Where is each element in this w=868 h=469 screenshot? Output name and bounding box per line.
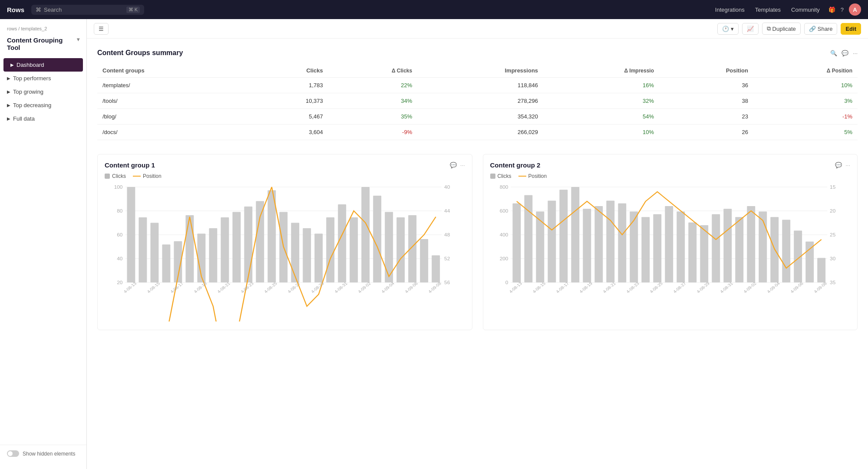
svg-text:4-09-04: 4-09-04 — [380, 281, 396, 294]
cell-delta-pos: 10% — [753, 78, 858, 93]
arrow-icon: ▶ — [7, 116, 10, 121]
cell-group: /blog/ — [97, 109, 248, 125]
sidebar-toggle-button[interactable]: ☰ — [94, 23, 109, 35]
comment-icon[interactable]: 💬 — [450, 162, 457, 168]
analytics-button[interactable]: 📈 — [742, 23, 759, 35]
svg-text:56: 56 — [444, 280, 450, 285]
cell-group: /tools/ — [97, 93, 248, 109]
svg-rect-71 — [512, 203, 521, 282]
sidebar-item-dashboard[interactable]: ▶ Dashboard — [3, 58, 83, 72]
svg-text:4-08-15: 4-08-15 — [531, 281, 547, 294]
top-nav: Rows ⌘ Search ⌘ K Integrations Templates… — [0, 0, 868, 19]
svg-text:4-09-02: 4-09-02 — [742, 281, 757, 294]
nav-community[interactable]: Community — [791, 7, 820, 13]
svg-rect-41 — [432, 256, 440, 283]
chart-actions-2: 💬 ··· — [835, 162, 850, 168]
nav-links: Integrations Templates Community — [715, 7, 820, 13]
svg-text:52: 52 — [444, 256, 450, 261]
cell-impressions: 354,320 — [417, 109, 543, 125]
svg-rect-26 — [256, 201, 264, 283]
chart-title-1: Content group 1 — [105, 161, 155, 169]
sidebar-item-top-decreasing[interactable]: ▶ Top decreasing — [0, 98, 86, 112]
svg-rect-90 — [735, 217, 743, 282]
cell-delta-imp: 10% — [543, 125, 659, 140]
cell-position: 23 — [659, 109, 753, 125]
cell-position: 26 — [659, 125, 753, 140]
svg-rect-82 — [641, 217, 650, 282]
svg-text:60: 60 — [117, 233, 122, 237]
chart-card-2: Content group 2 💬 ··· Clicks — [483, 154, 858, 330]
svg-rect-86 — [688, 223, 696, 282]
chart-svg-wrap-2: 800600400200015202530354-08-134-08-154-0… — [490, 183, 851, 323]
chevron-down-icon[interactable]: ▾ — [77, 36, 79, 43]
svg-text:4-09-06: 4-09-06 — [404, 281, 419, 294]
share-icon: 🔗 — [809, 26, 816, 32]
legend-clicks-1: Clicks — [105, 173, 126, 179]
svg-rect-78 — [594, 206, 603, 282]
svg-text:15: 15 — [830, 185, 835, 190]
comment-action-icon[interactable]: 💬 — [842, 50, 848, 56]
svg-text:4-08-19: 4-08-19 — [578, 281, 593, 294]
cell-group: /templates/ — [97, 78, 248, 93]
gift-icon[interactable]: 🎁 — [828, 7, 835, 13]
col-impressions: Impressions — [417, 64, 543, 78]
sidebar-item-label: Dashboard — [17, 62, 44, 68]
sidebar-item-top-growing[interactable]: ▶ Top growing — [0, 85, 86, 98]
sidebar-item-label: Top decreasing — [13, 102, 51, 108]
nav-templates[interactable]: Templates — [755, 7, 781, 13]
svg-rect-22 — [209, 228, 217, 282]
layout: rows / templates_2 Content Grouping Tool… — [0, 19, 868, 469]
cell-delta-clicks: 35% — [328, 109, 418, 125]
charts-grid: Content group 1 💬 ··· Clicks — [97, 154, 858, 330]
arrow-icon: ▶ — [10, 62, 14, 67]
search-box[interactable]: ⌘ Search ⌘ K — [31, 5, 144, 15]
section-header: Content Groups summary 🔍 💬 ··· — [97, 49, 858, 57]
svg-rect-36 — [373, 196, 381, 282]
svg-text:4-09-06: 4-09-06 — [789, 281, 804, 294]
chart-header-2: Content group 2 💬 ··· — [490, 161, 851, 169]
help-icon[interactable]: ? — [841, 7, 844, 13]
svg-rect-76 — [571, 187, 579, 282]
sidebar-item-label: Top performers — [13, 75, 51, 82]
hidden-elements-toggle[interactable] — [7, 450, 19, 457]
more-action-icon[interactable]: ··· — [853, 50, 858, 56]
cell-delta-pos: 3% — [753, 93, 858, 109]
search-label: Search — [44, 7, 62, 13]
share-button[interactable]: 🔗 Share — [804, 23, 838, 35]
svg-text:20: 20 — [830, 209, 835, 213]
comment-icon[interactable]: 💬 — [835, 162, 842, 168]
more-icon[interactable]: ··· — [460, 162, 465, 168]
section-actions: 🔍 💬 ··· — [830, 50, 858, 56]
svg-rect-15 — [127, 187, 135, 282]
cell-clicks: 10,373 — [248, 93, 328, 109]
arrow-icon: ▶ — [7, 103, 10, 108]
svg-rect-96 — [805, 242, 814, 282]
svg-text:4-08-31: 4-08-31 — [333, 281, 348, 294]
svg-text:80: 80 — [117, 209, 122, 213]
summary-section: Content Groups summary 🔍 💬 ··· Content g… — [97, 49, 858, 140]
cell-delta-clicks: 34% — [328, 93, 418, 109]
cell-delta-clicks: 22% — [328, 78, 418, 93]
svg-rect-87 — [700, 225, 708, 282]
search-action-icon[interactable]: 🔍 — [830, 50, 837, 56]
svg-text:4-08-21: 4-08-21 — [216, 281, 231, 294]
avatar[interactable]: A — [849, 3, 861, 16]
chart-title-2: Content group 2 — [490, 161, 541, 169]
more-icon[interactable]: ··· — [845, 162, 850, 168]
duplicate-icon: ⧉ — [767, 25, 771, 32]
svg-text:4-08-25: 4-08-25 — [648, 281, 663, 294]
svg-text:4-08-29: 4-08-29 — [310, 281, 325, 294]
edit-button[interactable]: Edit — [841, 23, 861, 35]
table-row: /blog/ 5,467 35% 354,320 54% 23 -1% — [97, 109, 858, 125]
hidden-elements-label: Show hidden elements — [23, 451, 75, 457]
svg-rect-29 — [291, 223, 299, 283]
sidebar-item-full-data[interactable]: ▶ Full data — [0, 112, 86, 125]
svg-rect-94 — [782, 220, 790, 282]
svg-text:25: 25 — [830, 233, 835, 237]
svg-text:4-08-29: 4-08-29 — [695, 281, 710, 294]
history-button[interactable]: 🕐 ▾ — [717, 23, 739, 35]
sidebar-item-top-performers[interactable]: ▶ Top performers — [0, 72, 86, 85]
nav-integrations[interactable]: Integrations — [715, 7, 745, 13]
position-legend-line — [133, 176, 141, 177]
duplicate-button[interactable]: ⧉ Duplicate — [762, 23, 801, 35]
